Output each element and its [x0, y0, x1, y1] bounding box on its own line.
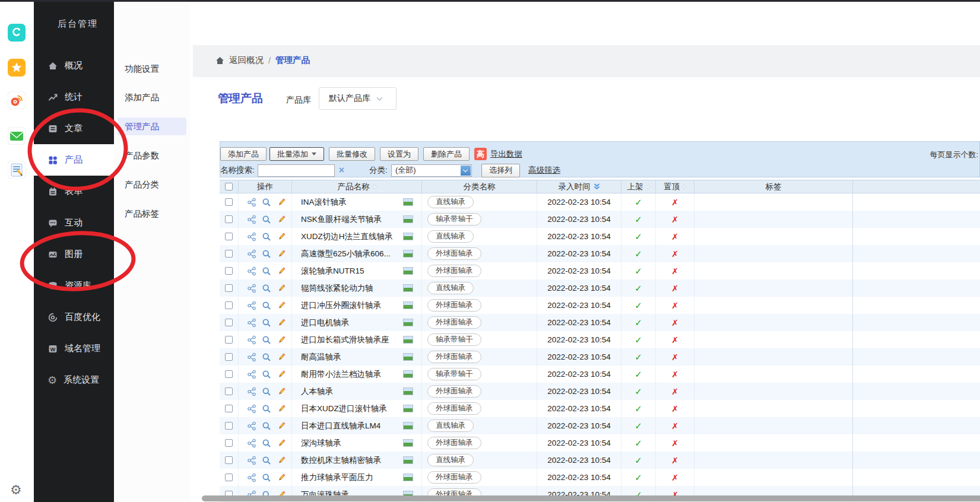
table-row[interactable]: INA滚针轴承 直线轴承 2022-02-23 10:54 ✓ ✗: [220, 193, 980, 211]
pinned-status[interactable]: ✗: [656, 434, 694, 452]
magnifier-icon[interactable]: [262, 318, 271, 328]
share-icon[interactable]: [247, 249, 256, 259]
row-checkbox[interactable]: [225, 353, 233, 361]
sidebar-item-domains[interactable]: W 域名管理: [34, 333, 114, 364]
product-name[interactable]: 数控机床主轴精密轴承: [301, 455, 381, 466]
listed-status[interactable]: ✓: [621, 297, 656, 314]
listed-status[interactable]: ✓: [621, 211, 656, 228]
pinned-status[interactable]: ✗: [656, 193, 694, 211]
breadcrumb-current[interactable]: 管理产品: [275, 55, 310, 66]
product-name[interactable]: 进口电机轴承: [301, 317, 349, 328]
pinned-status[interactable]: ✗: [656, 417, 694, 434]
row-checkbox[interactable]: [225, 319, 233, 326]
listed-status[interactable]: ✓: [621, 383, 656, 400]
batch-edit-button[interactable]: 批量修改: [329, 147, 375, 161]
table-row[interactable]: 高速微型625小轴承606... 外球面轴承 2022-02-23 10:54 …: [220, 245, 980, 262]
table-row[interactable]: 深沟球轴承 外球面轴承 2022-02-23 10:54 ✓ ✗: [220, 434, 980, 452]
pinned-status[interactable]: ✗: [656, 383, 694, 400]
table-row[interactable]: XUDZ切边H法兰直线轴承 直线轴承 2022-02-23 10:54 ✓ ✗: [220, 228, 980, 245]
column-tags[interactable]: 标签: [694, 180, 853, 193]
delete-product-button[interactable]: 删除产品: [423, 147, 470, 161]
product-library-select[interactable]: 默认产品库: [319, 87, 397, 110]
magnifier-icon[interactable]: [262, 439, 271, 448]
row-checkbox[interactable]: [225, 474, 233, 481]
share-icon[interactable]: [247, 215, 256, 224]
share-icon[interactable]: [247, 370, 256, 379]
add-product-button[interactable]: 添加产品: [220, 147, 267, 161]
category-pill[interactable]: 直线轴承: [427, 420, 474, 432]
table-row[interactable]: 耐高温轴承 外球面轴承 2022-02-23 10:54 ✓ ✗: [220, 348, 980, 366]
pinned-status[interactable]: ✗: [656, 211, 694, 228]
table-row[interactable]: 滚轮轴承NUTR15 外球面轴承 2022-02-23 10:54 ✓ ✗: [220, 262, 980, 279]
edit-pencil-icon[interactable]: [277, 284, 286, 293]
listed-status[interactable]: ✓: [621, 279, 656, 297]
mail-app-icon[interactable]: [8, 127, 26, 145]
share-icon[interactable]: [247, 456, 256, 465]
category-pill[interactable]: 直线轴承: [427, 454, 474, 466]
row-checkbox[interactable]: [225, 387, 233, 395]
edit-pencil-icon[interactable]: [277, 249, 286, 259]
share-icon[interactable]: [247, 232, 256, 242]
product-thumbnail-icon[interactable]: [403, 215, 413, 223]
magnifier-icon[interactable]: [262, 370, 271, 379]
listed-status[interactable]: ✓: [621, 262, 656, 279]
export-data-link[interactable]: 导出数据: [490, 149, 522, 160]
share-icon[interactable]: [247, 439, 256, 448]
column-time[interactable]: 录入时间: [537, 180, 621, 193]
product-thumbnail-icon[interactable]: [403, 267, 413, 275]
listed-status[interactable]: ✓: [621, 400, 656, 417]
product-name[interactable]: 辊筒线张紧轮动力轴: [301, 283, 373, 294]
listed-status[interactable]: ✓: [621, 417, 656, 434]
teal-app-icon[interactable]: [8, 24, 26, 42]
row-checkbox[interactable]: [225, 439, 233, 447]
product-name[interactable]: 日本进口直线轴承LM4: [301, 421, 380, 431]
pinned-status[interactable]: ✗: [656, 469, 694, 486]
edit-pencil-icon[interactable]: [277, 352, 286, 362]
share-icon[interactable]: [247, 473, 256, 482]
pinned-status[interactable]: ✗: [656, 400, 694, 417]
magnifier-icon[interactable]: [262, 387, 271, 396]
listed-status[interactable]: ✓: [621, 434, 656, 452]
product-thumbnail-icon[interactable]: [403, 405, 413, 412]
product-name[interactable]: INA滚针轴承: [301, 197, 347, 208]
product-name[interactable]: 日本XUDZ进口滚针轴承: [301, 403, 387, 414]
sidebar-item-resources[interactable]: 资源库: [34, 270, 114, 301]
breadcrumb-back-link[interactable]: 返回概况: [229, 55, 264, 66]
pinned-status[interactable]: ✗: [656, 245, 694, 262]
sort-icon[interactable]: [372, 184, 376, 189]
pinned-status[interactable]: ✗: [656, 262, 694, 279]
product-thumbnail-icon[interactable]: [403, 301, 413, 309]
notes-app-icon[interactable]: [8, 161, 26, 179]
product-thumbnail-icon[interactable]: [403, 284, 413, 292]
product-thumbnail-icon[interactable]: [403, 319, 413, 326]
pinned-status[interactable]: ✗: [656, 452, 694, 469]
category-pill[interactable]: 直线轴承: [427, 282, 474, 294]
edit-pencil-icon[interactable]: [277, 266, 286, 276]
pinned-status[interactable]: ✗: [656, 228, 694, 245]
weibo-app-icon[interactable]: [8, 91, 26, 109]
edit-pencil-icon[interactable]: [277, 232, 286, 242]
listed-status[interactable]: ✓: [621, 228, 656, 245]
share-icon[interactable]: [247, 318, 256, 328]
batch-add-button[interactable]: 批量添加: [269, 147, 324, 161]
choose-columns-button[interactable]: 选择列: [481, 164, 520, 177]
set-as-button[interactable]: 设置为: [380, 147, 418, 161]
table-row[interactable]: 数控机床主轴精密轴承 直线轴承 2022-02-23 10:54 ✓ ✗: [220, 452, 980, 469]
edit-pencil-icon[interactable]: [277, 421, 286, 431]
magnifier-icon[interactable]: [262, 232, 271, 242]
share-icon[interactable]: [247, 266, 256, 276]
column-ops[interactable]: 操作: [239, 180, 292, 193]
product-thumbnail-icon[interactable]: [403, 439, 413, 447]
product-name[interactable]: 耐高温轴承: [301, 352, 341, 363]
table-row[interactable]: 进口冲压外圈滚针轴承 外球面轴承 2022-02-23 10:54 ✓ ✗: [220, 297, 980, 314]
share-icon[interactable]: [247, 284, 256, 293]
product-thumbnail-icon[interactable]: [403, 336, 413, 344]
magnifier-icon[interactable]: [262, 249, 271, 259]
listed-status[interactable]: ✓: [621, 314, 656, 331]
share-icon[interactable]: [247, 352, 256, 362]
category-pill[interactable]: 外球面轴承: [427, 299, 481, 312]
row-checkbox[interactable]: [225, 267, 233, 275]
sidebar-item-overview[interactable]: 概况: [34, 50, 114, 81]
listed-status[interactable]: ✓: [621, 245, 656, 262]
category-pill[interactable]: 轴承带轴干: [427, 213, 481, 225]
